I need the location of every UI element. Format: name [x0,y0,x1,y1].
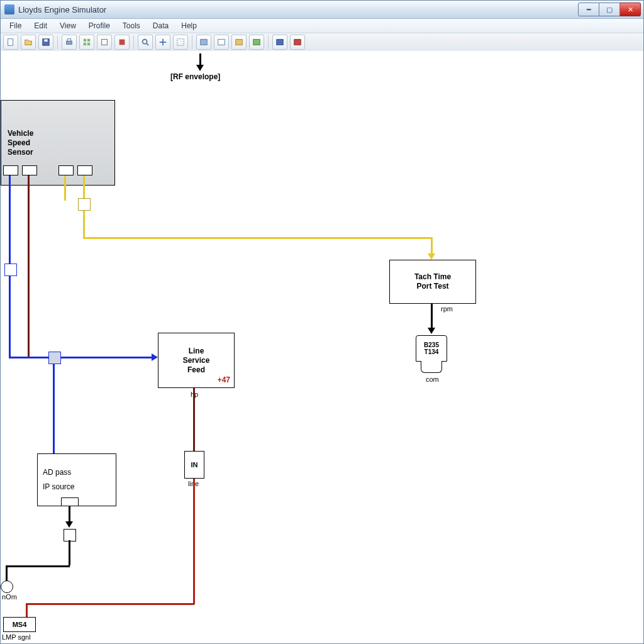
lf-badge: +47 [218,375,230,385]
svg-rect-15 [218,40,225,45]
toolbar-sep [192,35,192,49]
svg-rect-4 [67,39,70,42]
box-ms4[interactable]: MS4 [3,617,36,632]
menu-edit[interactable]: Edit [28,20,53,31]
node-yellow [78,198,91,211]
svg-rect-5 [84,39,86,42]
wire-yel-stub [64,175,66,201]
menu-bar: File Edit View Profile Tools Data Help [1,19,643,33]
app-icon [4,4,14,14]
svg-rect-19 [294,40,301,45]
tool-save[interactable] [38,35,53,50]
block-line-feed[interactable]: Line Service Feed +47 [158,333,235,388]
tool-f[interactable] [290,35,305,50]
vss-port-1[interactable] [3,165,18,175]
conn-sub: com [426,375,439,383]
svg-rect-10 [119,40,125,45]
tach-line1: Tach Time [414,272,451,282]
ms4-text: MS4 [13,621,27,628]
conn-l1: B235 [424,341,439,348]
vss-line3: Sensor [8,148,33,157]
vss-port-3[interactable] [58,165,74,175]
window-controls: ━ ▢ ✕ [578,3,641,16]
svg-rect-2 [44,40,47,42]
maximize-button[interactable]: ▢ [599,3,620,16]
conn-l2: T134 [424,348,439,355]
minimize-button[interactable]: ━ [578,3,599,16]
arrow-yel-into-tach [428,253,435,260]
tool-c[interactable] [231,35,247,50]
title-bar: Lloyds Engine Simulator ━ ▢ ✕ [1,1,643,19]
svg-line-12 [147,43,149,46]
wire-red-v [193,479,195,604]
svg-rect-17 [253,40,260,45]
tool-pan[interactable] [155,35,170,50]
tool-d[interactable] [249,35,264,50]
svg-point-11 [143,40,147,44]
tach-line2: Port Test [416,282,448,291]
svg-rect-8 [87,43,90,45]
wire-brown-v [28,175,30,357]
tool-b[interactable] [214,35,229,50]
lf-l2: Service [183,356,210,365]
top-arrow-line [199,53,201,65]
tool-zoom[interactable] [138,35,153,50]
svg-rect-9 [102,40,108,45]
close-button[interactable]: ✕ [620,3,641,16]
nom-label: nOm [2,593,17,601]
tool-print[interactable] [62,35,77,50]
tool-grid[interactable] [79,35,94,50]
tool-e[interactable] [272,35,287,50]
block-tach[interactable]: Tach Time Port Test [389,260,476,304]
diagram-canvas[interactable]: [RF envelope] Vehicle Speed Sensor [1,51,643,643]
connector-tach-plug[interactable] [421,361,442,373]
ad-l1: AD pass [43,468,71,477]
in-text: IN [191,461,198,469]
wire-ad-down2 [69,540,70,565]
vss-line2: Speed [8,138,30,148]
node-junction [48,352,61,364]
wire-ad-down [69,506,70,523]
tach-sub: rpm [441,305,453,313]
tool-a[interactable] [196,35,211,50]
arrow-tach-down [428,328,435,334]
wire-tach-down [431,304,433,329]
box-in[interactable]: IN [184,451,204,479]
tool-select[interactable] [173,35,188,50]
svg-rect-6 [87,39,90,42]
svg-rect-18 [277,40,284,45]
connector-tach[interactable]: B235 T134 [416,335,447,362]
vss-port-4[interactable] [77,165,92,175]
menu-data[interactable]: Data [147,20,175,31]
bottom-label: LMP sgnl [2,633,31,641]
menu-help[interactable]: Help [175,20,203,31]
menu-profile[interactable]: Profile [82,20,116,31]
tool-edit[interactable] [97,35,112,50]
tool-stop[interactable] [114,35,130,50]
svg-rect-0 [8,39,13,46]
wire-feed-down [193,388,195,451]
node-nom [1,580,13,593]
tool-open[interactable] [21,35,36,50]
lf-l3: Feed [187,365,205,375]
vss-port-2[interactable] [22,165,37,175]
lf-l1: Line [189,347,204,356]
svg-rect-16 [236,40,243,45]
menu-view[interactable]: View [53,20,82,31]
menu-file[interactable]: File [3,20,28,31]
toolbar-sep [57,35,58,49]
ad-port[interactable] [61,497,79,506]
node-blue-1 [4,264,17,276]
wire-blue-h2 [60,357,152,358]
toolbar [1,33,643,52]
svg-rect-3 [67,41,72,44]
tool-new[interactable] [3,35,18,50]
svg-rect-14 [201,40,208,45]
menu-tools[interactable]: Tools [116,20,147,31]
app-window: Lloyds Engine Simulator ━ ▢ ✕ File Edit … [0,0,644,644]
wire-yel-h [83,237,433,239]
wire-ad-h [6,565,70,567]
wire-ad-v3 [6,565,8,582]
wire-blue-h1 [9,357,54,358]
node-ad [64,529,76,541]
